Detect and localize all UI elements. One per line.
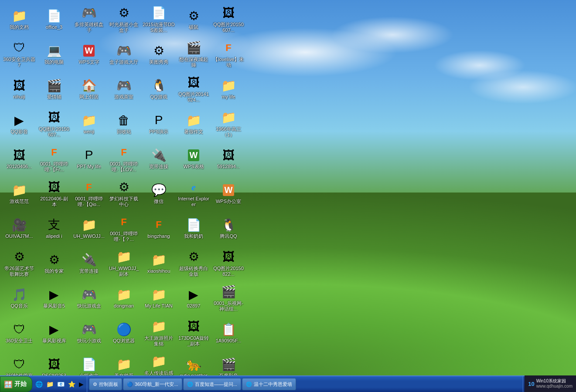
desktop-icon-img1a90905[interactable]: 📋 1A90905F... (211, 316, 245, 350)
desktop-icon-shu[interactable]: ⚙ 硕鼠 (177, 2, 211, 36)
desktop-icon-dongman[interactable]: 📁 dongman (107, 281, 141, 315)
icon-label-uhwwojjfb: UH_WWOJJ_副本 (108, 266, 140, 277)
desktop-icon-cutiepanther[interactable]: 🐆 cutie panther (177, 351, 211, 375)
desktop-icon-baiduyingyin[interactable]: 🎬 百度影音 (211, 351, 245, 375)
desktop-icon-xiaozuowen[interactable]: 📄 小组作文 (72, 351, 106, 375)
desktop-icon-qqliulan[interactable]: 🔵 QQ浏览器 (107, 316, 141, 350)
desktop-icon-youxifanben[interactable]: 📁 游戏范范 (2, 176, 36, 210)
desktop-icon-wpsform[interactable]: W WPS表格 (177, 142, 211, 176)
desktop-icon-qqyouxi[interactable]: 🐧 QQ游戏 (142, 72, 176, 106)
desktop-icon-hezi[interactable]: 🎮 盒子游戏大厅 (107, 37, 141, 71)
desktop-icon-img20120406[interactable]: 🖼 20120406... (2, 142, 36, 176)
desktop-icon-ppsdemo[interactable]: P PPS演示 (142, 107, 176, 141)
desktop-icon-qqyingyin[interactable]: ▶ QQ影音 (2, 107, 36, 141)
desktop-icon-kuandai[interactable]: 🔌 宽带连接 (142, 142, 176, 176)
desktop-icon-bingzhang[interactable]: F bingzhang (142, 211, 176, 245)
desktop-icon-huishou[interactable]: 🗑 回收站 (107, 107, 141, 141)
desktop-icon-nihuiji[interactable]: 🖼 nihuiji (2, 72, 36, 106)
desktop-icon-wenji[interactable]: 📁 wenji (72, 107, 106, 141)
desktop-icon-safe360[interactable]: 🛡 360安全卫士 (2, 316, 36, 350)
taskbar-item-controlpanel[interactable]: ⚙控制面板 (89, 378, 122, 390)
desktop-icon-donghua2015[interactable]: 📄 2015动漫节DDS差装... (142, 2, 176, 36)
quicklaunch-browser[interactable]: 🌐 (34, 380, 44, 389)
desktop-icon-img173dc0a[interactable]: 🖼 173DC0A旋转_副本 (177, 316, 211, 350)
desktop-icon-wangshang[interactable]: 🏠 网上邻居 (72, 72, 106, 106)
taskbar: 🪟 开始 🌐 📁 📧 ⭐ ▶ ⚙控制面板 🔵360导航_新一代安... 🌐百度知… (0, 375, 576, 392)
icon-img-safe360: 🛡 (11, 321, 27, 337)
desktop-icon-lovelive[interactable]: F 【lovelive】未动 (211, 37, 245, 71)
desktop-icon-alizhifu[interactable]: 支 alipedi i (37, 211, 71, 245)
icon-label-ie: Internet Explorer (177, 196, 210, 207)
desktop-icon-wohenao[interactable]: 📄 我和奶奶 (177, 211, 211, 245)
desktop-icon-mingrenzhuan[interactable]: 📁 名人传读后感 米开... (142, 351, 176, 375)
desktop-icon-uhwwojj[interactable]: 📁 UH_WWOJJ... (72, 211, 106, 245)
desktop-icon-xiaoshihou[interactable]: 📁 xiaoshihou (142, 246, 176, 280)
desktop-icon-chaojijuanxiu[interactable]: ⚙ 超级砖换秀白金版 (177, 246, 211, 280)
desktop-icon-d2897[interactable]: ▶ 02897 (177, 281, 211, 315)
desktop-icon-wpsgongzuo[interactable]: W WPS办公室 (211, 176, 245, 210)
icon-img-qqpic1: 🖼 (221, 5, 236, 21)
desktop-icon-office3[interactable]: 📄 office_3 (37, 2, 71, 36)
desktop-icon-qqpic2015[interactable]: 🖼 QQ图片20150607... (37, 107, 71, 141)
desktop-icon-shike[interactable]: ⚙ 时光易逝小盒盒子 (107, 2, 141, 36)
taskbar-label-360: 360导航_新一代安... (135, 381, 178, 388)
desktop-icon-weixin[interactable]: 💬 微信 (142, 176, 176, 210)
desktop-icon-wodezhuanjia[interactable]: ⚙ 我的专家 (37, 246, 71, 280)
desktop-icon-menghuanjishu[interactable]: ⚙ 梦幻科技下载中心 (107, 176, 141, 210)
desktop-icon-kuaiwanyouxi[interactable]: 🎮 快玩游戏盒 (72, 281, 106, 315)
desktop-icon-mylifetian[interactable]: 📁 My Life TIAN (142, 281, 176, 315)
desktop-icon-baofengying[interactable]: ▶ 暴风影视库 (37, 316, 71, 350)
quicklaunch-folder[interactable]: 📁 (45, 380, 55, 389)
desktop-icon-dawang[interactable]: 📁 大王旅游照片集锦 (142, 316, 176, 350)
desktop-icon-img5912894[interactable]: 🖼 5912894... (211, 142, 245, 176)
desktop-icon-bibili4[interactable]: F 0001_哔哩哔哩-【？... (107, 211, 141, 245)
desktop-icon-qqpic1[interactable]: 🖼 QQ图片20150607... (211, 2, 245, 36)
desktop-icon-ouivaj[interactable]: 🎥 OUIVAJ7M... (2, 211, 36, 245)
icon-label-img1a90905: 1A90905F... (216, 338, 242, 344)
desktop-icon-tencentqq[interactable]: 🐧 腾讯QQ (211, 211, 245, 245)
desktop-icon-360safe7[interactable]: 🛡 360安全卫兵器7 (2, 37, 36, 71)
desktop-icon-qqpic2014[interactable]: 🖼 QQ图片20141024... (177, 72, 211, 106)
desktop-icon-bibili2[interactable]: F 0001_哔哩哔哩-【LOV... (107, 142, 141, 176)
icon-label-img173dc0a: 173DC0A旋转_副本 (177, 335, 210, 347)
quicklaunch-email[interactable]: 📧 (56, 380, 66, 389)
desktop-icon-mylife[interactable]: 📁 my life (211, 72, 245, 106)
desktop-icon-uhwwojjfb[interactable]: 📁 UH_WWOJJ_副本 (107, 246, 141, 280)
taskbar-item-wen12[interactable]: 🌐温十二中秀恩爱墙 (242, 378, 296, 390)
desktop-icon-bibili1[interactable]: F 0001_哔哩哔哩-【Fr... (37, 142, 71, 176)
start-button[interactable]: 🪟 开始 (0, 376, 32, 392)
desktop-icon-shujia[interactable]: 📁 暑假作文 (177, 107, 211, 141)
quicklaunch-arrow[interactable]: ▶ (78, 380, 85, 389)
desktop-icon-pptmylife[interactable]: P PPT My life (72, 142, 106, 176)
icon-label-bingzhang: bingzhang (148, 233, 170, 239)
icon-label-duopai: 多排英雄棋盘子 (73, 22, 105, 33)
win10-url: www.qdhuajin.com (536, 384, 573, 389)
taskbar-item-baidu[interactable]: 🌐百度知道——提问... (183, 378, 241, 390)
desktop-icon-kuandailj[interactable]: 🔌 宽带连接 (72, 246, 106, 280)
desktop-icon-xiangzai[interactable]: 🎬 想在深夜城起睡 (177, 37, 211, 71)
desktop-icon-wps[interactable]: W WPS文字 (72, 37, 106, 71)
desktop-icon-gaosan1966[interactable]: 📁 1966年高三（1） (211, 107, 245, 141)
desktop-icon-qqmusic[interactable]: 🎵 QQ音乐 (2, 281, 36, 315)
desktop-icon-meituxiuxiu[interactable]: ⚙ 美图秀秀 (142, 37, 176, 71)
desktop-icon-ie[interactable]: e Internet Explorer (177, 176, 211, 210)
desktop-icon-leyuewang[interactable]: 🎬 0001_乐视网-神话组... (211, 281, 245, 315)
desktop-icon-dscn0253[interactable]: 🖼 DSCN0253 (37, 351, 71, 375)
taskbar-item-360[interactable]: 🔵360导航_新一代安... (123, 378, 182, 390)
icon-img-ouivaj: 🎥 (11, 217, 27, 233)
desktop-icon-aiqinfu[interactable]: 🎬 爱情辅 (37, 72, 71, 106)
icon-label-nihuiji: nihuiji (13, 94, 25, 100)
quicklaunch-star[interactable]: ⭐ (67, 380, 77, 389)
desktop-icon-baofeng5[interactable]: ▶ 暴风影音5 (37, 281, 71, 315)
desktop-icon-soft360[interactable]: 🛡 360软件管家 (2, 351, 36, 375)
desktop-icon-qqpic20150822[interactable]: 🖼 QQ图片20150822... (211, 246, 245, 280)
desktop-icon-di26jie[interactable]: ⚙ 帝26届艺术节歌舞比赛 (2, 246, 36, 280)
desktop-icon-kuaiwanxiao[interactable]: 🎮 快玩小游戏 (72, 316, 106, 350)
desktop-icon-bibili3[interactable]: F 0001_哔哩哔哩-【Qio... (72, 176, 106, 210)
desktop-icon-wddian[interactable]: 💻 我的电脑 (37, 37, 71, 71)
desktop-icon-wdwd[interactable]: 📁 我的文档 (2, 2, 36, 36)
desktop-icon-img20120406b[interactable]: 🖼 20120406-副本 (37, 176, 71, 210)
desktop-icon-meivge[interactable]: 📁 美女帅哥 (107, 351, 141, 375)
desktop-icon-duopai[interactable]: 🎮 多排英雄棋盘子 (72, 2, 106, 36)
desktop-icon-youxichashi[interactable]: 🎮 游戏茶室 (107, 72, 141, 106)
